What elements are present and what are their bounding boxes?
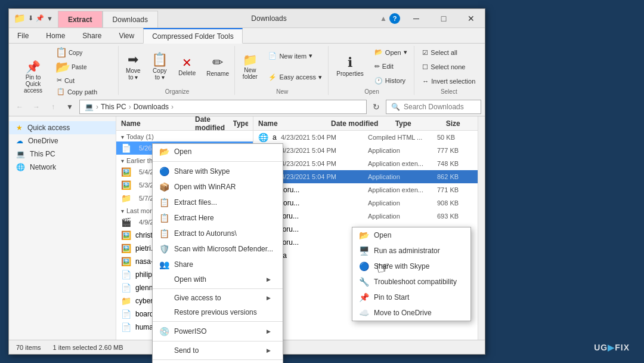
autoru5-name: Autoru... [273,186,364,194]
ctx2-open[interactable]: 📂 Open [352,227,470,243]
invertselection-btn[interactable]: ↔ Invert selection [418,76,479,87]
edit-btn[interactable]: ✏ Edit [370,61,411,72]
board-icon: 📄 [121,309,132,319]
copyto-btn[interactable]: 📋 Copyto ▾ [147,50,172,84]
autoruns-html-size: 50 KB [437,134,473,141]
help-btn[interactable]: ? [389,13,400,24]
ctx1-defender[interactable]: 🛡️ Scan with Microsoft Defender... [153,241,283,257]
ctx2-pinstart[interactable]: 📌 Pin to Start [352,290,470,305]
ctx1-extractfiles-label: Extract files... [174,198,217,207]
ctx1-poweriso[interactable]: 💿 PowerISO [153,324,283,339]
ctx2-onedrive[interactable]: ☁️ Move to OneDrive [352,305,470,321]
pin-btn[interactable]: 📌 Pin to Quickaccess [16,58,50,97]
properties-btn[interactable]: ℹ Properties [332,53,368,80]
ctx1-share-icon: 👥 [159,260,169,269]
file-row-autoru5[interactable]: ⚙️ Autoru... Application exten... 771 KB [253,183,478,196]
tab-downloads[interactable]: Downloads [103,11,158,27]
autoruns64-date: 4/23/2021 5:04 PM [281,173,364,180]
ctx1-sendto[interactable]: Send to [153,343,283,358]
delete-btn[interactable]: ✕ Delete [174,54,200,79]
search-box[interactable]: 🔍 [386,100,481,114]
ribbon-tab-file[interactable]: File [9,28,38,43]
up-btn[interactable]: ↑ [46,100,60,114]
col-date-left[interactable]: Date modified [195,116,231,132]
file-row-autoruns-html[interactable]: 🌐 autoruns 4/23/2021 5:04 PM Compiled HT… [253,131,478,144]
tab-extract[interactable]: Extract [58,11,103,27]
ctx1-extractfiles[interactable]: 📋 Extract files... [153,195,283,210]
context-menu-1: 📂 Open 🔵 Share with Skype 📦 Open with Wi… [152,143,283,363]
history-btn[interactable]: 🕐 History [370,75,411,87]
col-name-right[interactable]: Name [258,119,330,128]
ctx1-extractto[interactable]: 📋 Extract to Autoruns\ [153,226,283,241]
ctx1-openwith[interactable]: Open with [153,272,283,287]
refresh-btn[interactable]: ↻ [369,100,383,114]
maximize-btn[interactable]: □ [430,9,457,27]
ctx2-skype[interactable]: 🔵 Share with Skype [352,259,470,274]
autoruns-html-date: 4/23/2021 5:04 PM [281,134,364,141]
pin-label: Pin to Quickaccess [20,74,46,94]
ribbon-tab-compressed[interactable]: Compressed Folder Tools [143,28,243,44]
ctx1-winrar[interactable]: 📦 Open with WinRAR [153,179,283,195]
selectall-btn[interactable]: ☑ Select all [418,47,479,59]
copyto-label: Copyto ▾ [153,67,166,81]
ctx1-extracthere[interactable]: 📋 Extract Here [153,210,283,226]
file-row-autoru6[interactable]: ⚙️ Autoru... Application 908 KB [253,196,478,210]
ctx1-extractto-label: Extract to Autoruns\ [174,229,237,238]
rename-btn[interactable]: ✏ Rename [202,53,233,80]
sidebar-item-network[interactable]: 🌐 Network [9,161,116,174]
col-type-right[interactable]: Type [395,119,445,128]
path-thispc[interactable]: This PC [101,103,126,111]
minimize-btn[interactable]: ─ [402,9,430,27]
search-input[interactable] [404,103,476,111]
file-row-autoru7[interactable]: ⚙️ autoru... Application 693 KB [253,210,478,223]
ctx1-sep5 [153,359,283,360]
newitem-btn[interactable]: 📄 New item ▾ [264,50,326,61]
matrix2-icon: 🖼️ [121,180,132,190]
col-type-left[interactable]: Type [233,119,249,128]
cut-btn[interactable]: ✂ Cut [52,75,113,86]
paste-btn[interactable]: 📂 Paste [52,59,113,75]
copypath-btn[interactable]: 📋 Copy path [52,86,113,97]
ctx1-giveaccess[interactable]: Give access to [153,291,283,305]
ctx1-share[interactable]: 👥 Share [153,257,283,272]
group-today-chevron: ▾ [121,134,124,140]
ctx1-skype[interactable]: 🔵 Share with Skype [153,164,283,179]
scrollbar[interactable] [478,116,485,340]
sidebar-item-thispc[interactable]: 💻 This PC [9,147,116,161]
open-btn[interactable]: 📂 Open ▾ [370,47,411,58]
ribbon-tab-share[interactable]: Share [74,28,110,43]
forward-btn[interactable]: → [29,100,44,114]
file-row-autoruns64[interactable]: ⚙️ Autoruns64 4/23/2021 5:04 PM Applicat… [253,170,478,183]
close-btn[interactable]: ✕ [457,9,485,27]
copy-btn[interactable]: 📋 Copy [52,46,113,59]
address-path[interactable]: 💻 › This PC › Downloads › [79,100,367,114]
recent-btn[interactable]: ▼ [63,100,77,114]
ribbon-tab-view[interactable]: View [110,28,143,43]
col-size-right[interactable]: Size [446,119,473,128]
newfolder-btn[interactable]: 📁 Newfolder [238,51,262,83]
computer-icon: 💻 [16,150,25,158]
ctx1-giveaccess-label: Give access to [174,294,221,302]
easyaccess-btn[interactable]: ⚡ Easy access ▾ [264,72,326,83]
col-name-left[interactable]: Name [121,119,193,128]
file-row-autoruns64dll[interactable]: ⚙️ Autoruns64.dll 4/23/2021 5:04 PM Appl… [253,157,478,170]
ctx2-runas[interactable]: 🖥️ Run as administrator [352,243,470,259]
ctx1-restore[interactable]: Restore previous versions [153,305,283,319]
open-arrow: ▾ [404,48,407,56]
file-row-autoruns-app[interactable]: ⚙️ Autoruns 4/23/2021 5:04 PM Applicatio… [253,144,478,157]
ribbon-tab-home[interactable]: Home [38,28,74,43]
file-header-left: Name Date modified Type [116,116,253,131]
sidebar-item-onedrive[interactable]: ☁ OneDrive [9,134,116,147]
ctx1-open[interactable]: 📂 Open [153,144,283,159]
autoruns-html-type: Compiled HTML ... [368,134,434,141]
moveto-btn[interactable]: ➡ Moveto ▾ [121,50,145,84]
sidebar-item-quickaccess[interactable]: ★ Quick access [9,121,116,134]
back-btn[interactable]: ← [13,100,27,114]
ctx2-trouble[interactable]: 🔧 Troubleshoot compatibility [352,274,470,290]
autoru7-type: Application [368,213,434,220]
ctx1-defender-label: Scan with Microsoft Defender... [174,245,273,253]
col-date-right[interactable]: Date modified [331,119,394,128]
path-downloads[interactable]: Downloads [134,103,169,111]
selectnone-btn[interactable]: ☐ Select none [418,61,479,73]
selectnone-label: Select none [431,63,465,70]
